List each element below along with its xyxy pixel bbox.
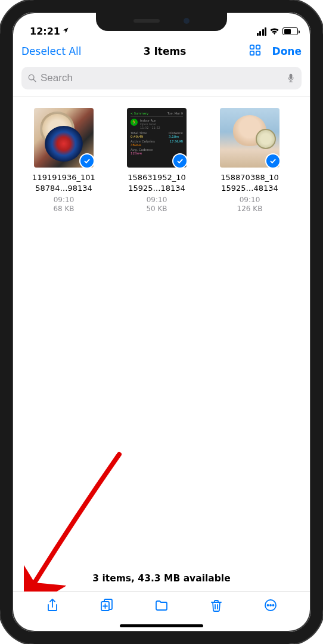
- file-item[interactable]: 119191936_10158784…98134 09:10 68 KB: [23, 108, 105, 213]
- file-item[interactable]: 158870388_1015925…48134 09:10 126 KB: [209, 108, 291, 213]
- file-name: 158631952_1015925…18134: [116, 172, 198, 193]
- svg-point-10: [270, 605, 271, 606]
- location-services-icon: [62, 27, 69, 36]
- svg-rect-3: [256, 51, 259, 55]
- cellular-signal-icon: [257, 27, 267, 36]
- navigation-bar: Deselect All 3 Items Done: [12, 38, 311, 64]
- wifi-icon: [269, 26, 279, 37]
- more-button[interactable]: [263, 598, 278, 615]
- battery-level: [284, 29, 291, 34]
- status-time: 12:21: [30, 26, 60, 37]
- trash-icon: [209, 598, 223, 612]
- search-icon: [27, 73, 37, 83]
- share-button[interactable]: [45, 598, 60, 615]
- svg-rect-2: [250, 51, 253, 55]
- file-size: 126 KB: [209, 205, 291, 213]
- file-name: 158870388_1015925…48134: [209, 172, 291, 193]
- file-time: 09:10: [116, 196, 198, 204]
- file-size: 50 KB: [116, 205, 198, 213]
- svg-rect-0: [250, 45, 253, 49]
- done-button[interactable]: Done: [272, 45, 302, 57]
- selection-checkmark[interactable]: [172, 153, 187, 168]
- svg-point-11: [273, 605, 274, 606]
- bottom-toolbar: [12, 591, 311, 621]
- duplicate-button[interactable]: [100, 598, 114, 615]
- file-thumbnail: [220, 108, 279, 168]
- search-field[interactable]: [21, 67, 302, 89]
- duplicate-icon: [100, 598, 114, 612]
- dictation-icon[interactable]: [286, 73, 296, 83]
- file-time: 09:10: [23, 196, 105, 204]
- move-button[interactable]: [154, 598, 169, 615]
- file-thumbnail: [34, 108, 94, 168]
- more-icon: [263, 598, 278, 612]
- files-grid: 119191936_10158784…98134 09:10 68 KB < S…: [12, 97, 311, 213]
- deselect-all-button[interactable]: Deselect All: [21, 45, 82, 57]
- view-mode-button[interactable]: [249, 44, 262, 59]
- page-title: 3 Items: [86, 45, 244, 57]
- share-icon: [45, 598, 60, 612]
- svg-rect-6: [290, 74, 293, 79]
- file-time: 09:10: [209, 196, 291, 204]
- grid-icon: [249, 44, 262, 57]
- file-size: 68 KB: [23, 205, 105, 213]
- search-input[interactable]: [41, 72, 282, 84]
- file-thumbnail: < SummaryTue, Mar 9 🏃 Indoor Run Open Go…: [127, 108, 187, 168]
- delete-button[interactable]: [209, 598, 223, 615]
- home-indicator[interactable]: [120, 624, 203, 627]
- selection-checkmark[interactable]: [79, 153, 94, 168]
- battery-icon: [282, 27, 298, 35]
- svg-line-5: [33, 79, 36, 82]
- folder-icon: [154, 598, 169, 612]
- svg-rect-1: [256, 45, 259, 49]
- file-name: 119191936_10158784…98134: [23, 172, 105, 193]
- storage-summary: 3 items, 43.3 MB available: [12, 573, 311, 591]
- selection-checkmark[interactable]: [265, 153, 279, 168]
- file-item[interactable]: < SummaryTue, Mar 9 🏃 Indoor Run Open Go…: [116, 108, 198, 213]
- svg-point-9: [268, 605, 269, 606]
